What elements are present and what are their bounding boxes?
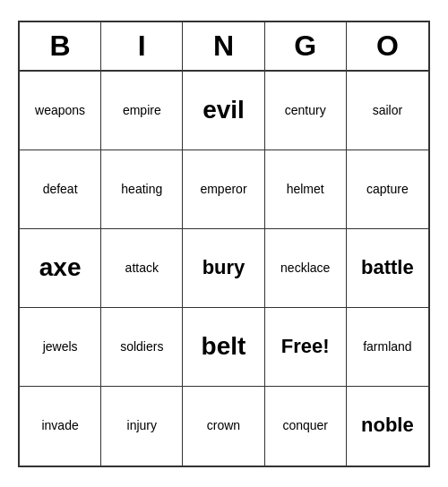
cell-text-23: conquer [282, 418, 328, 433]
bingo-cell-5[interactable]: defeat [20, 150, 101, 229]
cell-text-17: belt [202, 331, 246, 362]
header-letter-G: G [265, 22, 347, 70]
bingo-cell-2[interactable]: evil [183, 72, 264, 150]
header-letter-I: I [101, 22, 183, 70]
bingo-cell-21[interactable]: injury [101, 387, 183, 466]
cell-text-4: sailor [373, 103, 402, 118]
bingo-cell-18[interactable]: Free! [265, 308, 347, 387]
bingo-cell-9[interactable]: capture [347, 150, 428, 229]
cell-text-6: heating [121, 182, 162, 197]
cell-text-3: century [285, 103, 326, 118]
cell-text-15: jewels [43, 339, 78, 355]
cell-text-11: attack [125, 261, 159, 276]
cell-text-22: crown [207, 418, 240, 433]
cell-text-2: evil [202, 95, 245, 125]
header-letter-O: O [347, 22, 428, 70]
cell-text-7: emperor [200, 182, 246, 197]
bingo-cell-13[interactable]: necklace [265, 229, 347, 308]
bingo-cell-20[interactable]: invade [20, 387, 101, 466]
cell-text-13: necklace [280, 261, 330, 276]
cell-text-21: injury [127, 418, 157, 433]
cell-text-24: noble [361, 414, 414, 437]
bingo-cell-10[interactable]: axe [20, 229, 101, 308]
bingo-cell-15[interactable]: jewels [20, 308, 101, 387]
bingo-cell-8[interactable]: helmet [265, 150, 347, 229]
cell-text-0: weapons [35, 103, 85, 118]
bingo-cell-24[interactable]: noble [347, 387, 428, 466]
cell-text-18: Free! [281, 335, 330, 358]
bingo-cell-14[interactable]: battle [347, 229, 428, 308]
cell-text-19: farmland [363, 339, 411, 355]
header-letter-B: B [20, 22, 101, 70]
bingo-cell-1[interactable]: empire [101, 72, 183, 150]
bingo-cell-7[interactable]: emperor [183, 150, 264, 229]
cell-text-10: axe [39, 252, 82, 283]
bingo-cell-19[interactable]: farmland [347, 308, 428, 387]
bingo-cell-16[interactable]: soldiers [101, 308, 183, 387]
cell-text-14: battle [361, 256, 414, 279]
cell-text-8: helmet [287, 182, 324, 197]
cell-text-16: soldiers [120, 339, 163, 355]
header-letter-N: N [183, 22, 264, 70]
bingo-cell-4[interactable]: sailor [347, 72, 428, 150]
cell-text-5: defeat [43, 182, 78, 197]
cell-text-12: bury [202, 256, 246, 279]
bingo-cell-12[interactable]: bury [183, 229, 264, 308]
bingo-cell-6[interactable]: heating [101, 150, 183, 229]
bingo-grid: weaponsempireevilcenturysailordefeatheat… [20, 72, 428, 466]
bingo-cell-0[interactable]: weapons [20, 72, 101, 150]
cell-text-20: invade [41, 418, 78, 433]
cell-text-1: empire [123, 103, 161, 118]
bingo-cell-23[interactable]: conquer [265, 387, 347, 466]
bingo-cell-17[interactable]: belt [183, 308, 264, 387]
bingo-cell-3[interactable]: century [265, 72, 347, 150]
bingo-cell-22[interactable]: crown [183, 387, 264, 466]
cell-text-9: capture [366, 182, 409, 197]
bingo-card: BINGO weaponsempireevilcenturysailordefe… [18, 21, 430, 467]
bingo-header: BINGO [20, 22, 428, 72]
bingo-cell-11[interactable]: attack [101, 229, 183, 308]
